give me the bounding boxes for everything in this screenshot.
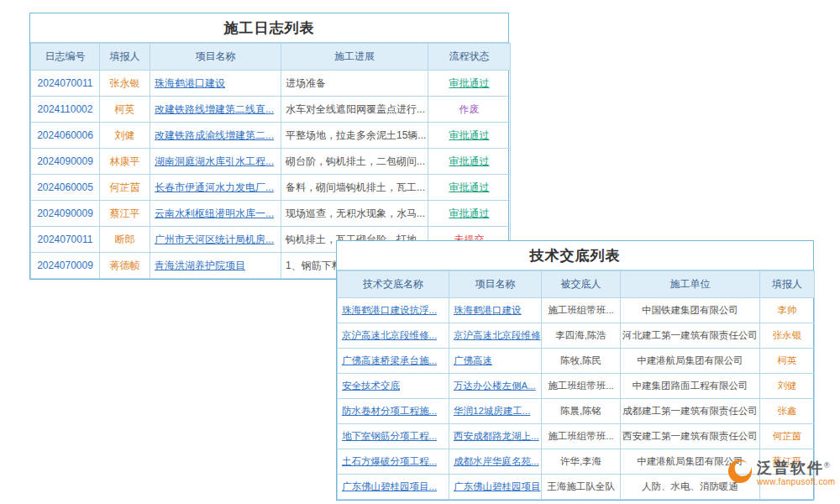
- project-link[interactable]: 青海洪湖养护院项目: [150, 253, 281, 279]
- progress-text: 备料，砌间墙钩机排土，瓦工...: [281, 175, 428, 201]
- project-link[interactable]: 万达办公楼左侧A...: [449, 374, 542, 399]
- reporter-link[interactable]: 柯英: [760, 349, 815, 374]
- registered-mark: ®: [824, 461, 830, 470]
- brand-url: www.fanpusoft.com: [757, 477, 836, 487]
- reporter-link[interactable]: 刘健: [100, 123, 150, 149]
- table-row: 珠海鹤港口建设抗浮... 珠海鹤港口建设 施工班组带班... 中国铁建集团有限公…: [338, 298, 815, 323]
- receiver-text: 施工班组带班...: [542, 298, 621, 323]
- disclosure-name-link[interactable]: 京沪高速北京段维修...: [338, 323, 449, 349]
- disclosure-name-link[interactable]: 土石方爆破分项工程...: [338, 449, 449, 475]
- unit-text: 河北建工第一建筑有限责任公司: [621, 323, 760, 349]
- status-link[interactable]: 审批通过: [428, 201, 511, 227]
- unit-text: 成都建工第一建筑有限责任公司: [621, 399, 760, 424]
- reporter-link[interactable]: 张永银: [100, 71, 150, 97]
- reporter-link[interactable]: 断郎: [100, 227, 150, 253]
- table-row: 2024060006 刘健 改建铁路成渝线增建第二... 平整场地，拉走多余泥土…: [31, 123, 511, 149]
- disclosure-name-link[interactable]: 防水卷材分项工程施...: [338, 399, 449, 424]
- unit-text: 西安建工第一建筑有限责任公司: [621, 424, 760, 449]
- log-col-project: 项目名称: [150, 44, 281, 71]
- receiver-text: 陈牧,陈民: [542, 349, 621, 374]
- log-id-link[interactable]: 2024090009: [31, 149, 100, 175]
- unit-text: 中建集团路面工程有限公司: [621, 374, 760, 399]
- brand-name: 泛普软件®: [757, 459, 836, 477]
- log-id-link[interactable]: 2024070009: [31, 253, 100, 279]
- disclosure-col-receiver: 被交底人: [542, 271, 621, 298]
- disclosure-col-unit: 施工单位: [621, 271, 760, 298]
- log-panel-title: 施工日志列表: [30, 13, 508, 43]
- disclosure-col-name: 技术交底名称: [338, 271, 449, 298]
- receiver-text: 施工班组带班...: [542, 374, 621, 399]
- log-col-status: 流程状态: [428, 44, 511, 71]
- disclosure-name-link[interactable]: 安全技术交底: [338, 374, 449, 399]
- disclosure-panel-title: 技术交底列表: [337, 241, 813, 270]
- unit-text: 中建港航局集团有限公司: [621, 349, 760, 374]
- receiver-text: 陈晨,陈铭: [542, 399, 621, 424]
- project-link[interactable]: 西安成都路龙湖上...: [449, 424, 542, 449]
- progress-text: 平整场地，拉走多余泥土15辆...: [281, 123, 428, 149]
- disclosure-name-link[interactable]: 地下室钢筋分项工程...: [338, 424, 449, 449]
- project-link[interactable]: 珠海鹤港口建设: [150, 71, 281, 97]
- log-id-link[interactable]: 2024070011: [31, 71, 100, 97]
- project-link[interactable]: 珠海鹤港口建设: [449, 298, 542, 323]
- log-col-id: 日志编号: [31, 44, 100, 71]
- status-link[interactable]: 作废: [428, 97, 511, 123]
- log-id-link[interactable]: 2024090009: [31, 201, 100, 227]
- disclosure-header-row: 技术交底名称 项目名称 被交底人 施工单位 填报人: [338, 271, 815, 298]
- project-link[interactable]: 广州市天河区统计局机房...: [150, 227, 281, 253]
- project-link[interactable]: 广东佛山碧桂园项目: [449, 475, 542, 500]
- disclosure-col-project: 项目名称: [449, 271, 542, 298]
- table-row: 2024110002 柯英 改建铁路线增建第二线直... 水车对全线遮阳网覆盖点…: [31, 97, 511, 123]
- reporter-link[interactable]: 何芷茵: [760, 424, 815, 449]
- receiver-text: 施工班组带班...: [542, 424, 621, 449]
- project-link[interactable]: 改建铁路成渝线增建第二...: [150, 123, 281, 149]
- progress-text: 水车对全线遮阳网覆盖点进行...: [281, 97, 428, 123]
- fanpu-watermark: 泛普软件® www.fanpusoft.com: [727, 459, 836, 487]
- table-row: 京沪高速北京段维修... 京沪高速北京段维修 李四海,陈浩 河北建工第一建筑有限…: [338, 323, 815, 349]
- unit-text: 中国铁建集团有限公司: [621, 298, 760, 323]
- disclosure-name-link[interactable]: 珠海鹤港口建设抗浮...: [338, 298, 449, 323]
- reporter-link[interactable]: 张鑫: [760, 399, 815, 424]
- project-link[interactable]: 成都水岸华庭名苑...: [449, 449, 542, 475]
- project-link[interactable]: 云南水利枢纽潜明水库一...: [150, 201, 281, 227]
- project-link[interactable]: 华润12城房建工...: [449, 399, 542, 424]
- log-col-progress: 施工进展: [281, 44, 428, 71]
- reporter-link[interactable]: 蔡江平: [100, 201, 150, 227]
- project-link[interactable]: 湖南洞庭湖水库引水工程...: [150, 149, 281, 175]
- status-link[interactable]: 审批通过: [428, 149, 511, 175]
- reporter-link[interactable]: 张永银: [760, 323, 815, 349]
- reporter-link[interactable]: 林康平: [100, 149, 150, 175]
- status-link[interactable]: 审批通过: [428, 71, 511, 97]
- log-id-link[interactable]: 2024060005: [31, 175, 100, 201]
- progress-text: 进场准备: [281, 71, 428, 97]
- reporter-link[interactable]: 蒋德帧: [100, 253, 150, 279]
- table-row: 2024070011 张永银 珠海鹤港口建设 进场准备 审批通过: [31, 71, 511, 97]
- disclosure-col-reporter: 填报人: [760, 271, 815, 298]
- reporter-link[interactable]: 刘健: [760, 374, 815, 399]
- project-link[interactable]: 改建铁路线增建第二线直...: [150, 97, 281, 123]
- table-row: 防水卷材分项工程施... 华润12城房建工... 陈晨,陈铭 成都建工第一建筑有…: [338, 399, 815, 424]
- fanpu-logo-icon: [727, 459, 753, 487]
- receiver-text: 王海施工队全队: [542, 475, 621, 500]
- table-row: 地下室钢筋分项工程... 西安成都路龙湖上... 施工班组带班... 西安建工第…: [338, 424, 815, 449]
- receiver-text: 许华,李海: [542, 449, 621, 475]
- progress-text: 现场巡查，无积水现象，水马...: [281, 201, 428, 227]
- status-link[interactable]: 审批通过: [428, 175, 511, 201]
- log-col-reporter: 填报人: [100, 44, 150, 71]
- log-id-link[interactable]: 2024060006: [31, 123, 100, 149]
- status-link[interactable]: 审批通过: [428, 123, 511, 149]
- reporter-link[interactable]: 何芷茵: [100, 175, 150, 201]
- log-id-link[interactable]: 2024070011: [31, 227, 100, 253]
- project-link[interactable]: 广佛高速: [449, 349, 542, 374]
- reporter-link[interactable]: 李帅: [760, 298, 815, 323]
- project-link[interactable]: 京沪高速北京段维修: [449, 323, 542, 349]
- receiver-text: 李四海,陈浩: [542, 323, 621, 349]
- table-row: 广佛高速桥梁承台施... 广佛高速 陈牧,陈民 中建港航局集团有限公司 柯英: [338, 349, 815, 374]
- log-header-row: 日志编号 填报人 项目名称 施工进展 流程状态: [31, 44, 511, 71]
- log-id-link[interactable]: 2024110002: [31, 97, 100, 123]
- table-row: 2024060005 何芷茵 长春市伊通河水力发电厂... 备料，砌间墙钩机排土…: [31, 175, 511, 201]
- reporter-link[interactable]: 柯英: [100, 97, 150, 123]
- disclosure-name-link[interactable]: 广佛高速桥梁承台施...: [338, 349, 449, 374]
- progress-text: 砌台阶，钩机排土，二包砌间...: [281, 149, 428, 175]
- project-link[interactable]: 长春市伊通河水力发电厂...: [150, 175, 281, 201]
- disclosure-name-link[interactable]: 广东佛山碧桂园项目...: [338, 475, 449, 500]
